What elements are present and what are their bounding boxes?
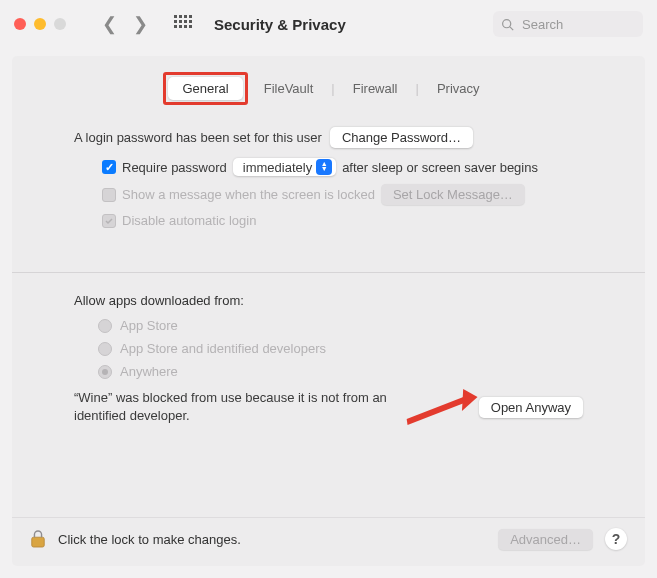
annotation-arrow	[404, 387, 479, 427]
lock-hint-text: Click the lock to make changes.	[58, 532, 241, 547]
window-title: Security & Privacy	[214, 16, 346, 33]
set-lock-message-button: Set Lock Message…	[381, 184, 525, 205]
close-window-button[interactable]	[14, 18, 26, 30]
require-password-checkbox[interactable]	[102, 160, 116, 174]
tab-filevault[interactable]: FileVault	[250, 77, 328, 100]
login-password-text: A login password has been set for this u…	[74, 130, 322, 145]
login-password-section: A login password has been set for this u…	[34, 127, 623, 236]
search-input[interactable]	[520, 16, 635, 33]
window-toolbar: ❮ ❯ Security & Privacy	[0, 0, 657, 48]
tab-firewall[interactable]: Firewall	[339, 77, 412, 100]
radio-anywhere-label: Anywhere	[120, 364, 178, 379]
advanced-button: Advanced…	[498, 529, 593, 550]
svg-marker-3	[462, 389, 478, 411]
require-password-label: Require password	[122, 160, 227, 175]
show-all-prefs-button[interactable]	[174, 15, 192, 33]
radio-app-store-identified-label: App Store and identified developers	[120, 341, 326, 356]
svg-rect-4	[32, 537, 44, 547]
require-password-delay-value: immediately	[243, 160, 312, 175]
check-icon	[104, 216, 114, 226]
lock-icon[interactable]	[30, 528, 46, 550]
security-privacy-window: ❮ ❯ Security & Privacy General FileV	[0, 0, 657, 578]
svg-line-1	[510, 26, 513, 29]
radio-anywhere	[98, 365, 112, 379]
allow-apps-radio-group: App Store App Store and identified devel…	[98, 318, 583, 379]
tab-bar: General FileVault | Firewall | Privacy	[163, 72, 493, 105]
svg-line-2	[407, 399, 466, 422]
help-button[interactable]: ?	[605, 528, 627, 550]
allow-apps-heading: Allow apps downloaded from:	[74, 293, 583, 308]
forward-button[interactable]: ❯	[133, 15, 148, 33]
search-icon	[501, 18, 514, 31]
show-lock-message-label: Show a message when the screen is locked	[122, 187, 375, 202]
allow-apps-section: Allow apps downloaded from: App Store Ap…	[34, 293, 623, 427]
disable-auto-login-label: Disable automatic login	[122, 213, 256, 228]
tab-general[interactable]: General	[168, 77, 242, 100]
window-controls	[14, 18, 66, 30]
back-button[interactable]: ❮	[102, 15, 117, 33]
radio-app-store-label: App Store	[120, 318, 178, 333]
select-stepper-icon: ▲▼	[316, 159, 332, 175]
require-password-delay-select[interactable]: immediately ▲▼	[233, 158, 336, 176]
disable-auto-login-checkbox	[102, 214, 116, 228]
change-password-button[interactable]: Change Password…	[330, 127, 473, 148]
radio-app-store-identified	[98, 342, 112, 356]
tab-privacy[interactable]: Privacy	[423, 77, 494, 100]
content-card: General FileVault | Firewall | Privacy A…	[12, 56, 645, 566]
section-divider	[12, 272, 645, 273]
radio-app-store	[98, 319, 112, 333]
card-footer: Click the lock to make changes. Advanced…	[12, 517, 645, 554]
search-field[interactable]	[493, 11, 643, 37]
zoom-window-button[interactable]	[54, 18, 66, 30]
require-password-after-text: after sleep or screen saver begins	[342, 160, 538, 175]
minimize-window-button[interactable]	[34, 18, 46, 30]
open-anyway-button[interactable]: Open Anyway	[479, 397, 583, 418]
blocked-app-message: “Wine” was blocked from use because it i…	[74, 389, 404, 425]
annotation-highlight: General	[163, 72, 247, 105]
svg-point-0	[503, 19, 511, 27]
show-lock-message-checkbox	[102, 188, 116, 202]
nav-arrows: ❮ ❯	[102, 15, 148, 33]
